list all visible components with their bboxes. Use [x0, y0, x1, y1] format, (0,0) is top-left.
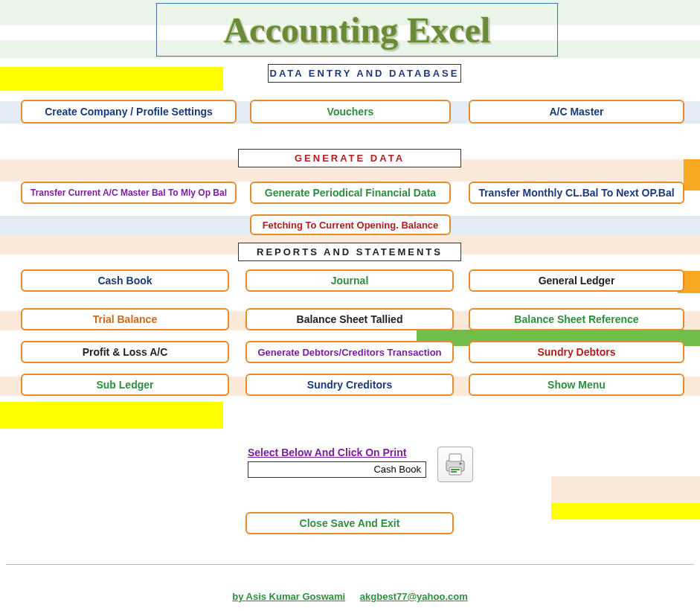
transfer-monthly-button[interactable]: Transfer Monthly CL.Bal To Next OP.Bal	[469, 182, 684, 204]
vouchers-button[interactable]: Vouchers	[250, 100, 451, 124]
balance-ref-button[interactable]: Balance Sheet Reference	[469, 308, 684, 330]
close-save-button[interactable]: Close Save And Exit	[245, 512, 454, 534]
section-generate-data: GENERATE DATA	[238, 149, 461, 167]
bg-stripe	[0, 67, 223, 91]
sundry-creditors-button[interactable]: Sundry Creditors	[245, 374, 454, 396]
section-reports: REPORTS AND STATEMENTS	[238, 243, 461, 261]
journal-button[interactable]: Journal	[245, 269, 454, 292]
sub-ledger-button[interactable]: Sub Ledger	[21, 374, 229, 396]
gen-debtors-button[interactable]: Generate Debtors/Creditors Transaction	[245, 341, 454, 363]
bg-stripe	[0, 402, 223, 429]
app-title: Accounting Excel	[224, 10, 491, 51]
svg-rect-5	[451, 471, 457, 473]
trial-balance-button[interactable]: Trial Balance	[21, 308, 229, 330]
print-button[interactable]	[437, 447, 473, 482]
fetching-button[interactable]: Fetching To Current Opening. Balance	[250, 214, 451, 235]
create-company-button[interactable]: Create Company / Profile Settings	[21, 100, 237, 124]
print-label: Select Below And Click On Print	[248, 447, 406, 458]
app-title-box: Accounting Excel	[156, 3, 558, 57]
section-data-entry: DATA ENTRY AND DATABASE	[268, 64, 461, 83]
bg-stripe	[551, 503, 700, 519]
balance-tallied-button[interactable]: Balance Sheet Tallied	[245, 308, 454, 330]
cash-book-button[interactable]: Cash Book	[21, 269, 229, 292]
svg-rect-4	[451, 469, 460, 470]
show-menu-button[interactable]: Show Menu	[469, 374, 684, 396]
ac-master-button[interactable]: A/C Master	[469, 100, 684, 124]
sundry-debtors-button[interactable]: Sundry Debtors	[469, 341, 684, 363]
transfer-mly-button[interactable]: Transfer Current A/C Master Bal To Mly O…	[21, 182, 237, 204]
svg-point-3	[459, 462, 461, 464]
footer-divider	[6, 564, 694, 565]
gen-periodical-button[interactable]: Generate Periodical Financial Data	[250, 182, 451, 204]
profit-loss-button[interactable]: Profit & Loss A/C	[21, 341, 229, 363]
bg-stripe	[551, 476, 700, 503]
footer-author-link[interactable]: by Asis Kumar Goswami	[232, 591, 345, 602]
printer-icon	[442, 451, 469, 478]
svg-rect-1	[449, 454, 461, 461]
bg-stripe	[684, 159, 700, 191]
footer: by Asis Kumar Goswami akgbest77@yahoo.co…	[0, 591, 700, 602]
footer-email-link[interactable]: akgbest77@yahoo.com	[360, 591, 468, 602]
print-select[interactable]: Cash Book	[248, 461, 426, 478]
general-ledger-button[interactable]: General Ledger	[469, 269, 684, 292]
